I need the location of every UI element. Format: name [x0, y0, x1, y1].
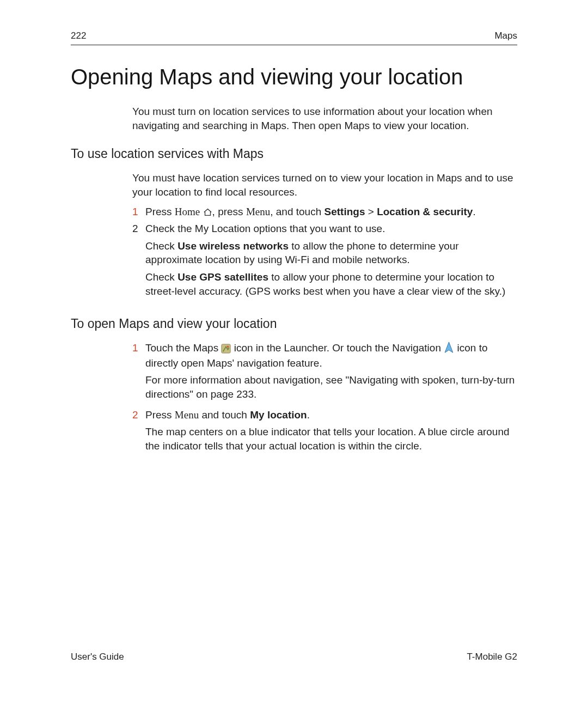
dot: .	[307, 409, 310, 421]
step2-para2: Check Use wireless networks to allow the…	[145, 239, 517, 267]
text: and touch	[199, 409, 250, 421]
step-number: 2	[132, 408, 145, 457]
section2-step1: 1 Touch the Maps icon in the Launcher. O…	[132, 341, 517, 404]
use-gps-label: Use GPS satellites	[177, 271, 268, 283]
section-name: Maps	[494, 31, 517, 41]
text: Press	[145, 206, 175, 217]
step-number: 1	[132, 341, 145, 404]
step1-para2: For more information about navigation, s…	[145, 373, 517, 401]
footer-left: User's Guide	[71, 652, 124, 662]
step2-para2: The map centers on a blue indicator that…	[145, 425, 517, 453]
section1-step2: 2 Check the My Location options that you…	[132, 222, 517, 301]
menu-key-label: Menu	[246, 206, 270, 217]
step2-para3: Check Use GPS satellites to allow your p…	[145, 270, 517, 298]
navigation-icon	[444, 343, 454, 355]
page-title: Opening Maps and viewing your location	[71, 65, 588, 89]
page-number: 222	[71, 31, 86, 41]
text: , press	[212, 206, 246, 217]
step-number: 1	[132, 205, 145, 219]
use-wireless-label: Use wireless networks	[177, 240, 289, 252]
section1-step1: 1 Press Home , press Menu, and touch Set…	[132, 205, 517, 219]
settings-label: Settings	[324, 206, 365, 217]
step2-line1: Press Menu and touch My location.	[145, 408, 517, 422]
location-security-label: Location & security	[377, 206, 473, 217]
my-location-label: My location	[250, 409, 307, 421]
step-body: Press Home , press Menu, and touch Setti…	[145, 205, 517, 219]
home-icon	[203, 206, 212, 217]
home-key-label: Home	[175, 206, 200, 217]
step-body: Press Menu and touch My location. The ma…	[145, 408, 517, 457]
section1-intro: You must have location services turned o…	[132, 171, 517, 199]
step-body: Touch the Maps icon in the Launcher. Or …	[145, 341, 517, 404]
text: icon in the Launcher. Or touch the Navig…	[231, 342, 444, 354]
page-header: 222 Maps	[0, 0, 588, 41]
gt: >	[365, 206, 377, 217]
step-body: Check the My Location options that you w…	[145, 222, 517, 301]
section1-heading: To use location services with Maps	[71, 147, 588, 161]
section2-heading: To open Maps and view your location	[71, 317, 588, 331]
dot: .	[473, 206, 475, 217]
intro-paragraph: You must turn on location services to us…	[132, 105, 517, 132]
text: Check	[145, 271, 177, 283]
footer-right: T-Mobile G2	[467, 652, 517, 662]
section2-steps: 1 Touch the Maps icon in the Launcher. O…	[132, 341, 517, 456]
step1-line1: Touch the Maps icon in the Launcher. Or …	[145, 341, 517, 370]
text: Check	[145, 240, 177, 252]
page-footer: User's Guide T-Mobile G2	[71, 652, 517, 662]
step-number: 2	[132, 222, 145, 301]
header-rule	[71, 45, 517, 45]
svg-rect-0	[222, 344, 230, 352]
section2-step2: 2 Press Menu and touch My location. The …	[132, 408, 517, 457]
svg-point-1	[227, 345, 229, 348]
text: , and touch	[270, 206, 324, 217]
text: Press	[145, 409, 175, 421]
page: 222 Maps Opening Maps and viewing your l…	[0, 0, 588, 706]
section1-steps: 1 Press Home , press Menu, and touch Set…	[132, 205, 517, 302]
menu-key-label: Menu	[175, 409, 199, 421]
step2-line1: Check the My Location options that you w…	[145, 222, 517, 236]
maps-icon	[221, 343, 231, 355]
text: Touch the Maps	[145, 342, 221, 354]
